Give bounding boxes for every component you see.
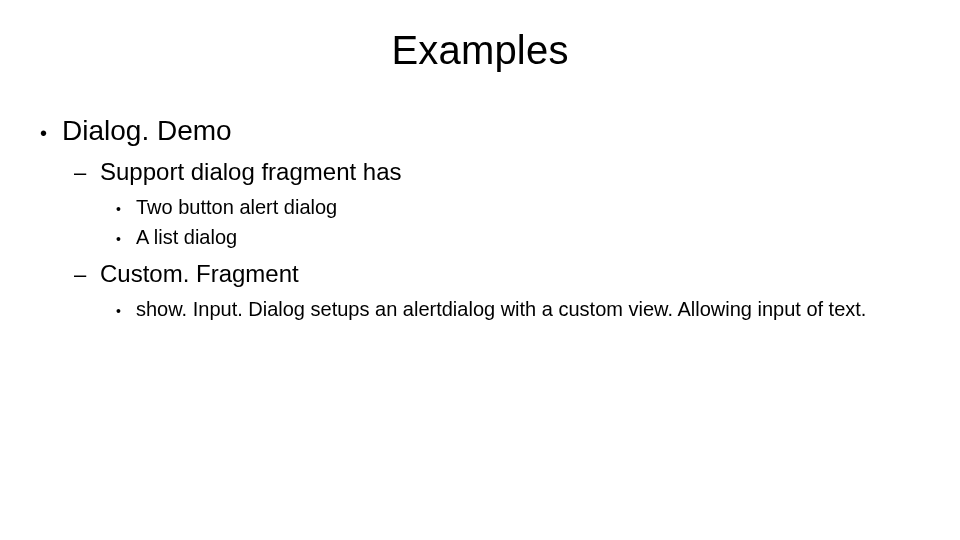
bullet-level2-text: Support dialog fragment has xyxy=(100,158,402,186)
slide-title: Examples xyxy=(38,28,922,73)
bullet-disc-icon: • xyxy=(114,228,136,250)
bullet-level2-text: Custom. Fragment xyxy=(100,260,299,288)
dash-icon: – xyxy=(74,262,100,288)
bullet-level3: • Two button alert dialog xyxy=(114,194,922,220)
bullet-level3: • A list dialog xyxy=(114,224,922,250)
bullet-level3-text: A list dialog xyxy=(136,224,922,250)
slide: Examples • Dialog. Demo – Support dialog… xyxy=(0,0,960,540)
bullet-disc-icon: • xyxy=(38,118,62,148)
bullet-level2: – Support dialog fragment has xyxy=(74,158,922,186)
bullet-level3-text: show. Input. Dialog setups an alertdialo… xyxy=(136,296,922,322)
bullet-level2: – Custom. Fragment xyxy=(74,260,922,288)
bullet-disc-icon: • xyxy=(114,300,136,322)
bullet-level1-text: Dialog. Demo xyxy=(62,115,232,147)
bullet-level1: • Dialog. Demo xyxy=(38,115,922,148)
bullet-level3: • show. Input. Dialog setups an alertdia… xyxy=(114,296,922,322)
bullet-disc-icon: • xyxy=(114,198,136,220)
dash-icon: – xyxy=(74,160,100,186)
bullet-level3-text: Two button alert dialog xyxy=(136,194,922,220)
